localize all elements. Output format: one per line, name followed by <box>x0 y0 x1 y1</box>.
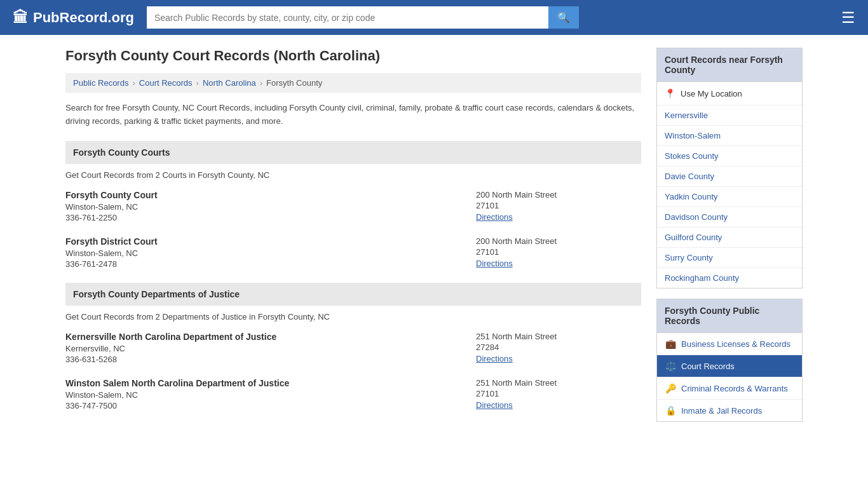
public-record-link[interactable]: Inmate & Jail Records <box>681 406 762 416</box>
list-item[interactable]: Surry County <box>657 248 802 268</box>
section-doj-desc: Get Court Records from 2 Departments of … <box>65 312 641 322</box>
sidebar-nearby-title: Court Records near Forsyth County <box>657 48 802 82</box>
page-title: Forsyth County Court Records (North Caro… <box>65 48 641 64</box>
nearby-link[interactable]: Davie County <box>665 172 714 181</box>
entry-city: Kernersville, NC <box>65 344 463 353</box>
section-courts-desc: Get Court Records from 2 Courts in Forsy… <box>65 170 641 180</box>
site-logo[interactable]: 🏛 PubRecord.org <box>13 9 134 27</box>
person-icon: 🔒 <box>665 405 676 416</box>
entry-city: Winston-Salem, NC <box>65 202 463 212</box>
breadcrumb-north-carolina[interactable]: North Carolina <box>203 78 256 88</box>
entry-zip: 27101 <box>476 247 641 257</box>
nearby-link[interactable]: Kernersville <box>665 111 708 120</box>
header: 🏛 PubRecord.org 🔍 ☰ <box>0 0 868 35</box>
sidebar: Court Records near Forsyth County 📍 Use … <box>656 48 803 424</box>
public-record-link[interactable]: Business Licenses & Records <box>681 339 790 349</box>
entry-phone: 336-761-2250 <box>65 213 463 222</box>
entry-phone: 336-631-5268 <box>65 355 463 364</box>
main-container: Forsyth County Court Records (North Caro… <box>53 35 815 437</box>
entry-forsyth-district-court: Forsyth District Court Winston-Salem, NC… <box>65 236 641 270</box>
section-courts-header: Forsyth County Courts <box>65 141 641 164</box>
entry-city: Winston-Salem, NC <box>65 390 463 400</box>
nearby-link[interactable]: Rockingham County <box>665 273 739 283</box>
list-item[interactable]: Kernersville <box>657 105 802 126</box>
entry-city: Winston-Salem, NC <box>65 248 463 258</box>
nearby-link[interactable]: Stokes County <box>665 151 719 161</box>
sidebar-nearby: Court Records near Forsyth County 📍 Use … <box>656 48 803 288</box>
entry-zip: 27284 <box>476 342 641 352</box>
entry-directions: Directions <box>476 212 641 222</box>
entry-name: Kernersville North Carolina Department o… <box>65 332 463 342</box>
entry-directions: Directions <box>476 400 641 410</box>
list-item[interactable]: Davie County <box>657 166 802 187</box>
entry-winstonsalem-doj: Winston Salem North Carolina Department … <box>65 378 641 412</box>
nearby-link[interactable]: Yadkin County <box>665 192 718 201</box>
entry-phone: 336-747-7500 <box>65 401 463 410</box>
public-records-list: 💼 Business Licenses & Records ⚖️ Court R… <box>657 333 802 421</box>
key-icon: 🔑 <box>665 383 676 393</box>
entry-directions: Directions <box>476 258 641 268</box>
public-record-link[interactable]: Criminal Records & Warrants <box>681 384 788 393</box>
nearby-link[interactable]: Winston-Salem <box>665 131 721 140</box>
entry-address: 200 North Main Street <box>476 236 641 246</box>
use-location-label: Use My Location <box>681 89 742 98</box>
list-item[interactable]: Yadkin County <box>657 187 802 207</box>
nearby-link[interactable]: Davidson County <box>665 212 728 222</box>
directions-link[interactable]: Directions <box>476 212 513 222</box>
list-item[interactable]: Stokes County <box>657 146 802 166</box>
list-item-business-licenses[interactable]: 💼 Business Licenses & Records <box>657 333 802 355</box>
entry-name: Forsyth County Court <box>65 190 463 200</box>
list-item-court-records[interactable]: ⚖️ Court Records <box>657 355 802 377</box>
content-area: Forsyth County Court Records (North Caro… <box>65 48 641 424</box>
search-button[interactable]: 🔍 <box>548 6 579 29</box>
nearby-link[interactable]: Guilford County <box>665 233 722 242</box>
breadcrumb-court-records[interactable]: Court Records <box>139 78 193 88</box>
menu-icon[interactable]: ☰ <box>841 9 855 27</box>
directions-link[interactable]: Directions <box>476 400 513 410</box>
entry-address: 251 North Main Street <box>476 378 641 388</box>
list-item-criminal-records[interactable]: 🔑 Criminal Records & Warrants <box>657 377 802 400</box>
list-item[interactable]: Winston-Salem <box>657 126 802 146</box>
briefcase-icon: 💼 <box>665 339 676 349</box>
breadcrumb-forsyth-county: Forsyth County <box>266 78 322 88</box>
public-record-link[interactable]: Court Records <box>681 362 735 371</box>
list-item[interactable]: Davidson County <box>657 207 802 227</box>
sidebar-public-records-title: Forsyth County Public Records <box>657 299 802 333</box>
search-input[interactable] <box>147 6 548 29</box>
directions-link[interactable]: Directions <box>476 354 513 363</box>
breadcrumb-public-records[interactable]: Public Records <box>73 78 128 88</box>
nearby-list: Kernersville Winston-Salem Stokes County… <box>657 105 802 288</box>
entry-name: Winston Salem North Carolina Department … <box>65 378 463 388</box>
use-location-button[interactable]: 📍 Use My Location <box>657 82 802 105</box>
logo-icon: 🏛 <box>13 9 28 27</box>
section-doj-header: Forsyth County Departments of Justice <box>65 283 641 306</box>
location-icon: 📍 <box>665 88 675 98</box>
list-item[interactable]: Guilford County <box>657 227 802 248</box>
entry-kernersville-doj: Kernersville North Carolina Department o… <box>65 332 641 365</box>
directions-link[interactable]: Directions <box>476 259 513 268</box>
entry-phone: 336-761-2478 <box>65 259 463 269</box>
nearby-link[interactable]: Surry County <box>665 253 713 262</box>
scales-icon: ⚖️ <box>665 361 676 371</box>
list-item-inmate-records[interactable]: 🔒 Inmate & Jail Records <box>657 400 802 421</box>
entry-name: Forsyth District Court <box>65 236 463 247</box>
search-bar: 🔍 <box>147 6 579 29</box>
entry-zip: 27101 <box>476 389 641 398</box>
breadcrumb: Public Records › Court Records › North C… <box>65 73 641 93</box>
entry-address: 200 North Main Street <box>476 190 641 200</box>
intro-text: Search for free Forsyth County, NC Court… <box>65 102 641 128</box>
logo-text: PubRecord.org <box>33 10 134 26</box>
entry-zip: 27101 <box>476 201 641 210</box>
entry-directions: Directions <box>476 353 641 363</box>
entry-address: 251 North Main Street <box>476 332 641 341</box>
list-item[interactable]: Rockingham County <box>657 268 802 288</box>
entry-forsyth-county-court: Forsyth County Court Winston-Salem, NC 3… <box>65 190 641 224</box>
sidebar-public-records: Forsyth County Public Records 💼 Business… <box>656 299 803 422</box>
